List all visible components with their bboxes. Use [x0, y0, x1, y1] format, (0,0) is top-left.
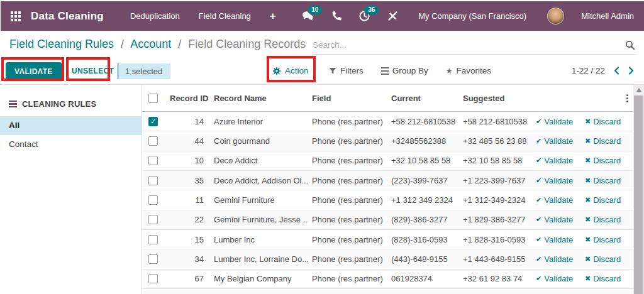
- breadcrumb-link-field-cleaning-rules[interactable]: Field Cleaning Rules: [9, 38, 114, 50]
- record-id-cell: 11: [166, 195, 210, 205]
- validate-row-button[interactable]: ✔ Validate: [532, 254, 581, 264]
- discard-row-button[interactable]: ✖ Discard: [581, 235, 624, 244]
- search-input[interactable]: [313, 40, 625, 50]
- discard-row-button[interactable]: ✖ Discard: [581, 117, 624, 126]
- validate-row-button[interactable]: ✔ Validate: [532, 195, 581, 205]
- row-checkbox[interactable]: [148, 254, 158, 264]
- check-icon: ✔: [536, 117, 541, 126]
- sidebar-list: All Contact: [0, 116, 142, 154]
- record-id-cell: 15: [166, 235, 210, 244]
- app-name[interactable]: Data Cleaning: [31, 10, 104, 23]
- table-row[interactable]: 22 Gemini Furniture, Jesse ... Phone (re…: [142, 210, 633, 230]
- row-checkbox[interactable]: [148, 215, 158, 224]
- x-icon: ✖: [585, 117, 591, 126]
- column-header-record-name[interactable]: Record Name: [210, 94, 308, 103]
- breadcrumb-link-account[interactable]: Account: [130, 38, 171, 50]
- plus-icon[interactable]: +: [270, 11, 276, 21]
- sidebar-item-all[interactable]: All: [0, 116, 142, 135]
- user-menu[interactable]: Mitchell Admin: [581, 11, 634, 21]
- table-row[interactable]: 35 Deco Addict, Addison Ol... Phone (res…: [142, 171, 633, 190]
- activities-clock-icon[interactable]: 36: [358, 10, 370, 23]
- phone-icon[interactable]: [330, 10, 342, 23]
- systray: 10 36 My Company: [301, 8, 634, 24]
- validate-row-button[interactable]: ✔ Validate: [532, 235, 581, 244]
- menu-deduplication[interactable]: Deduplication: [130, 11, 180, 21]
- current-value-cell: +1 312 349 2324: [387, 195, 459, 205]
- validate-row-button[interactable]: ✔ Validate: [532, 274, 581, 283]
- current-value-cell: (443)-648-9155: [387, 254, 459, 264]
- filters-button[interactable]: Filters: [329, 66, 364, 75]
- discard-row-button[interactable]: ✖ Discard: [581, 254, 624, 264]
- scroll-up-arrow-icon[interactable]: [633, 85, 644, 95]
- company-switcher[interactable]: My Company (San Francisco): [418, 11, 526, 21]
- user-avatar[interactable]: [547, 8, 564, 24]
- record-name-cell: Lumber Inc, Lorraine Do...: [210, 254, 308, 264]
- column-header-suggested[interactable]: Suggested: [459, 94, 532, 103]
- row-checkbox[interactable]: [148, 195, 158, 205]
- messages-icon[interactable]: 10: [301, 10, 314, 23]
- record-name-cell: Lumber Inc: [210, 235, 308, 244]
- table-row[interactable]: 44 Coin gourmand Phone (res.partner) +32…: [142, 131, 633, 151]
- table-row[interactable]: 10 Deco Addict Phone (res.partner) +32 1…: [142, 151, 633, 171]
- group-by-icon: [381, 67, 389, 75]
- breadcrumb-separator: /: [121, 38, 124, 50]
- discard-row-button[interactable]: ✖ Discard: [581, 136, 624, 146]
- apps-menu-icon[interactable]: [11, 11, 21, 21]
- pager-previous-button[interactable]: [614, 67, 619, 75]
- vertical-scrollbar[interactable]: [633, 85, 644, 294]
- field-cell: Phone (res.partner): [308, 117, 387, 126]
- table-row[interactable]: 34 Lumber Inc, Lorraine Do... Phone (res…: [142, 249, 633, 269]
- menu-field-cleaning[interactable]: Field Cleaning: [199, 11, 251, 21]
- row-checkbox[interactable]: [148, 274, 158, 283]
- field-cell: Phone (res.partner): [308, 176, 387, 185]
- table-row[interactable]: 15 Lumber Inc Phone (res.partner) (828)-…: [142, 230, 633, 249]
- row-checkbox[interactable]: [148, 117, 158, 126]
- record-id-cell: 44: [166, 136, 210, 146]
- table-row[interactable]: 67 My Belgian Company Phone (res.partner…: [142, 270, 633, 289]
- discard-row-button[interactable]: ✖ Discard: [581, 215, 624, 224]
- validate-row-button[interactable]: ✔ Validate: [532, 136, 581, 146]
- unselect-button[interactable]: UNSELECT: [69, 62, 116, 80]
- discard-row-button[interactable]: ✖ Discard: [581, 195, 624, 205]
- hamburger-icon: [9, 101, 17, 108]
- row-checkbox[interactable]: [148, 136, 158, 146]
- validate-row-button[interactable]: ✔ Validate: [532, 176, 581, 185]
- search-icon[interactable]: [625, 40, 635, 50]
- row-checkbox[interactable]: [148, 156, 158, 165]
- discard-row-button[interactable]: ✖ Discard: [581, 176, 624, 185]
- row-checkbox[interactable]: [148, 176, 158, 185]
- validate-button[interactable]: VALIDATE: [6, 62, 62, 81]
- validate-row-button[interactable]: ✔ Validate: [532, 117, 581, 126]
- validate-row-button[interactable]: ✔ Validate: [532, 215, 581, 224]
- column-header-field[interactable]: Field: [308, 94, 387, 103]
- group-by-button[interactable]: Group By: [381, 66, 428, 75]
- action-menu-button[interactable]: Action: [272, 66, 309, 75]
- table-row[interactable]: 14 Azure Interior Phone (res.partner) +5…: [142, 112, 633, 131]
- field-cell: Phone (res.partner): [308, 215, 387, 224]
- select-all-checkbox[interactable]: [148, 94, 158, 103]
- search-options: Filters Group By ★ Favorites: [329, 66, 491, 75]
- column-header-record-id[interactable]: Record ID: [166, 94, 210, 103]
- validate-row-button[interactable]: ✔ Validate: [532, 156, 581, 165]
- star-icon: ★: [446, 67, 453, 75]
- tools-icon[interactable]: [386, 10, 399, 23]
- record-name-cell: Deco Addict: [210, 156, 308, 165]
- filter-icon: [329, 67, 336, 75]
- table-row[interactable]: 11 Gemini Furniture Phone (res.partner) …: [142, 190, 633, 210]
- current-value-cell: +32485562388: [387, 136, 459, 146]
- check-icon: ✔: [536, 255, 541, 263]
- pager-next-button[interactable]: [628, 67, 634, 75]
- discard-row-button[interactable]: ✖ Discard: [581, 156, 624, 165]
- sidebar-item-contact[interactable]: Contact: [0, 135, 142, 154]
- scrollbar-thumb[interactable]: [634, 95, 643, 294]
- column-header-current[interactable]: Current: [387, 94, 459, 103]
- table-body: 14 Azure Interior Phone (res.partner) +5…: [142, 112, 633, 289]
- optional-columns-icon[interactable]: [625, 92, 630, 104]
- favorites-button[interactable]: ★ Favorites: [446, 66, 491, 75]
- check-icon: ✔: [536, 275, 541, 283]
- discard-row-button[interactable]: ✖ Discard: [581, 274, 624, 283]
- record-name-cell: Gemini Furniture: [210, 195, 308, 205]
- partial-next-row: [142, 289, 633, 294]
- x-icon: ✖: [585, 275, 591, 283]
- row-checkbox[interactable]: [148, 235, 158, 244]
